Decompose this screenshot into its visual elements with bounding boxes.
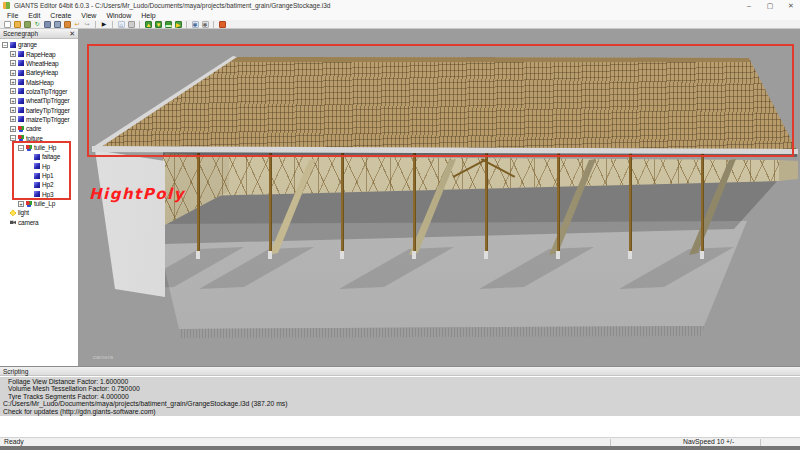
light-icon: [10, 210, 16, 216]
cube-icon: [18, 70, 24, 76]
new-file-icon[interactable]: [4, 21, 11, 28]
tree-expander-plus[interactable]: [10, 88, 16, 94]
toolbar-separator: [186, 21, 187, 28]
viewport-3d[interactable]: HightPoly camera: [79, 29, 800, 366]
scenegraph-node-grange[interactable]: grange: [0, 40, 78, 49]
toolbar-separator: [112, 21, 113, 28]
post-base: [556, 251, 560, 259]
scenegraph-title: Scenegraph: [3, 30, 38, 37]
tree-expander-plus[interactable]: [18, 201, 24, 207]
scenegraph-node-camera[interactable]: camera: [0, 218, 78, 227]
toolbar: ↻↩↪▶⌂▲▼▬▶✱✱: [0, 20, 800, 29]
tree-expander-plus[interactable]: [10, 107, 16, 113]
node-label: BarleyHeap: [26, 69, 58, 76]
scenegraph-node-maizeTipTrigger[interactable]: maizeTipTrigger: [0, 115, 78, 124]
node-label: maizeTipTrigger: [26, 116, 69, 123]
tree-annotation-rectangle: [12, 141, 71, 200]
post-base: [700, 251, 704, 259]
snap-icon[interactable]: [128, 21, 135, 28]
tree-expander-minus[interactable]: [2, 42, 8, 48]
post-base: [340, 251, 344, 259]
menu-edit[interactable]: Edit: [23, 11, 45, 20]
group-icon: [18, 126, 24, 132]
scripting-log[interactable]: Foliage View Distance Factor: 1.600000Vo…: [0, 377, 800, 416]
wood-post: [413, 153, 416, 253]
terrain-raise-icon[interactable]: ▲: [145, 21, 152, 28]
menu-help[interactable]: Help: [136, 11, 160, 20]
wood-post: [629, 153, 632, 253]
wood-post: [485, 153, 488, 253]
log-line: Tyre Tracks Segments Factor: 4.000000: [0, 393, 800, 400]
open-file-icon[interactable]: [14, 21, 21, 28]
render-settings-icon[interactable]: ✱: [192, 21, 199, 28]
cube-icon: [18, 88, 24, 94]
menu-window[interactable]: Window: [101, 11, 136, 20]
wood-post: [269, 153, 272, 253]
scenegraph-node-cadre[interactable]: cadre: [0, 124, 78, 133]
wood-post: [701, 153, 704, 253]
window-title: GIANTS Editor 64bit 6.0.3 - C:/Users/Mr_…: [14, 2, 330, 9]
cube-icon: [18, 116, 24, 122]
scenegraph-node-BarleyHeap[interactable]: BarleyHeap: [0, 68, 78, 77]
node-label: cadre: [26, 125, 41, 132]
save-icon[interactable]: [44, 21, 51, 28]
post-base: [268, 251, 272, 259]
play-icon[interactable]: ▶: [101, 21, 108, 28]
cube-icon: [18, 107, 24, 113]
node-label: wheatTipTrigger: [26, 97, 69, 104]
status-separator: [760, 439, 761, 446]
node-label: colzaTipTrigger: [26, 88, 67, 95]
status-message: Ready: [4, 438, 24, 446]
app-logo-icon: [3, 2, 10, 9]
scenegraph-node-MaisHeap[interactable]: MaisHeap: [0, 77, 78, 86]
close-button[interactable]: ✕: [786, 0, 796, 11]
scenegraph-node-wheatTipTrigger[interactable]: wheatTipTrigger: [0, 96, 78, 105]
camera-view-label: camera: [93, 354, 113, 360]
window-controls: –▢✕: [744, 0, 796, 11]
cube-icon: [18, 79, 24, 85]
import-icon[interactable]: [24, 21, 31, 28]
undo-icon[interactable]: ↩: [74, 21, 81, 28]
menu-file[interactable]: File: [2, 11, 23, 20]
log-line: Volume Mesh Tessellation Factor: 0.75000…: [0, 385, 800, 392]
scenegraph-panel: Scenegraph ✕ grangeRapeHeapWheatHeapBarl…: [0, 29, 79, 366]
terrain-smooth-icon[interactable]: ▬: [165, 21, 172, 28]
cube-icon: [18, 60, 24, 66]
post-base: [412, 251, 416, 259]
tree-expander-plus[interactable]: [10, 51, 16, 57]
scripting-panel: Scripting Foliage View Distance Factor: …: [0, 366, 800, 437]
scenegraph-tree: grangeRapeHeapWheatHeapBarleyHeapMaisHea…: [0, 39, 78, 366]
scenegraph-node-RapeHeap[interactable]: RapeHeap: [0, 49, 78, 58]
menu-view[interactable]: View: [76, 11, 101, 20]
scenegraph-node-light[interactable]: light: [0, 208, 78, 217]
log-line: Foliage View Distance Factor: 1.600000: [0, 378, 800, 385]
export-icon[interactable]: [64, 21, 71, 28]
reload-icon[interactable]: ↻: [34, 21, 41, 28]
scenegraph-node-tuile_Lp[interactable]: tuile_Lp: [0, 199, 78, 208]
preferences-icon[interactable]: ✱: [202, 21, 209, 28]
terrain-paint-icon[interactable]: ▶: [175, 21, 182, 28]
maximize-button[interactable]: ▢: [765, 0, 775, 11]
scenegraph-node-WheatHeap[interactable]: WheatHeap: [0, 59, 78, 68]
tree-expander-plus[interactable]: [10, 116, 16, 122]
tree-expander-plus[interactable]: [10, 60, 16, 66]
terrain-lower-icon[interactable]: ▼: [155, 21, 162, 28]
node-label: WheatHeap: [26, 60, 59, 67]
save-as-icon[interactable]: [54, 21, 61, 28]
panel-close-icon[interactable]: ✕: [69, 29, 75, 39]
node-label: MaisHeap: [26, 79, 54, 86]
tree-expander-plus[interactable]: [10, 70, 16, 76]
info-icon[interactable]: [219, 21, 226, 28]
tree-expander-plus[interactable]: [10, 79, 16, 85]
frame-selection-icon[interactable]: ⌂: [118, 21, 125, 28]
cube-icon: [18, 51, 24, 57]
scenegraph-node-colzaTipTrigger[interactable]: colzaTipTrigger: [0, 87, 78, 96]
redo-icon[interactable]: ↪: [84, 21, 91, 28]
tree-expander-plus[interactable]: [10, 126, 16, 132]
cube-icon: [18, 98, 24, 104]
menu-create[interactable]: Create: [45, 11, 76, 20]
minimize-button[interactable]: –: [744, 0, 754, 11]
node-label: tuile_Lp: [34, 200, 55, 207]
scenegraph-node-barleyTipTrigger[interactable]: barleyTipTrigger: [0, 105, 78, 114]
tree-expander-plus[interactable]: [10, 98, 16, 104]
